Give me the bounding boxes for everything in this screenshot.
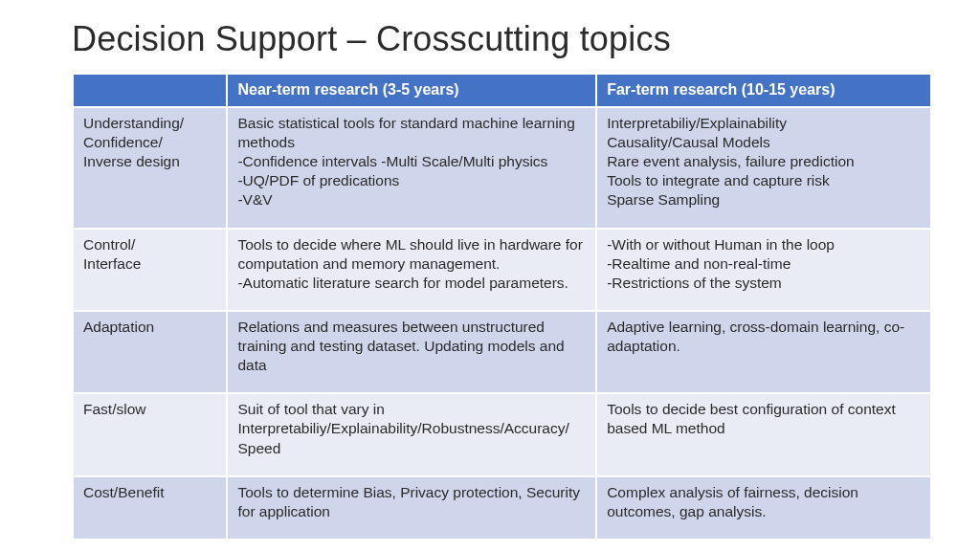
header-near-term: Near-term research (3-5 years) bbox=[227, 74, 596, 107]
row-far: Tools to decide best configuration of co… bbox=[596, 393, 931, 475]
table-row: Adaptation Relations and measures betwee… bbox=[73, 311, 931, 393]
header-far-term: Far-term research (10-15 years) bbox=[596, 74, 931, 107]
row-far: Complex analysis of fairness, decision o… bbox=[596, 476, 931, 540]
row-topic: Cost/Benefit bbox=[73, 476, 227, 540]
row-topic: Control/ Interface bbox=[73, 229, 227, 311]
row-topic: Fast/slow bbox=[73, 393, 227, 475]
row-near: Tools to decide where ML should live in … bbox=[227, 229, 596, 311]
row-near: Basic statistical tools for standard mac… bbox=[227, 107, 596, 229]
row-topic: Understanding/ Confidence/ Inverse desig… bbox=[73, 107, 227, 229]
table-row: Fast/slow Suit of tool that vary in Inte… bbox=[73, 393, 931, 475]
table-header-row: Near-term research (3-5 years) Far-term … bbox=[73, 74, 931, 107]
table-row: Cost/Benefit Tools to determine Bias, Pr… bbox=[73, 476, 931, 540]
row-far: Interpretabiliy/Explainability Causality… bbox=[596, 107, 931, 229]
row-far: -With or without Human in the loop -Real… bbox=[596, 229, 931, 311]
slide: Decision Support – Crosscutting topics N… bbox=[0, 0, 980, 551]
header-blank bbox=[73, 74, 227, 107]
row-near: Tools to determine Bias, Privacy protect… bbox=[227, 476, 596, 540]
row-topic: Adaptation bbox=[73, 311, 227, 393]
table-row: Control/ Interface Tools to decide where… bbox=[73, 229, 931, 311]
table-row: Understanding/ Confidence/ Inverse desig… bbox=[73, 107, 931, 229]
row-far: Adaptive learning, cross-domain learning… bbox=[596, 311, 931, 393]
slide-title: Decision Support – Crosscutting topics bbox=[72, 19, 932, 59]
row-near: Suit of tool that vary in Interpretabili… bbox=[227, 393, 596, 475]
topics-table: Near-term research (3-5 years) Far-term … bbox=[72, 73, 932, 540]
row-near: Relations and measures between unstructu… bbox=[227, 311, 596, 393]
